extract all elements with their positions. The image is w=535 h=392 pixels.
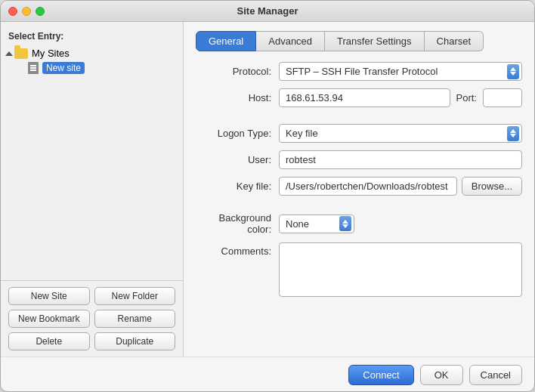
key-file-control: Browse... [279, 177, 522, 196]
key-file-label: Key file: [196, 181, 279, 192]
key-file-input[interactable] [279, 177, 457, 196]
duplicate-button[interactable]: Duplicate [94, 332, 176, 350]
key-file-row: Key file: Browse... [196, 177, 522, 196]
window-title: Site Manager [237, 5, 298, 17]
form-section: Protocol: SFTP – SSH File Transfer Proto… [196, 62, 522, 347]
user-row: User: [196, 150, 522, 169]
bg-color-select[interactable]: None [279, 215, 354, 233]
port-input[interactable] [483, 88, 522, 107]
expand-triangle-icon [5, 51, 13, 56]
tab-charset[interactable]: Charset [425, 31, 484, 51]
new-bookmark-button[interactable]: New Bookmark [8, 310, 90, 328]
select-entry-label: Select Entry: [1, 28, 183, 46]
new-folder-button[interactable]: New Folder [94, 287, 176, 305]
folder-name: My Sites [32, 48, 70, 59]
comments-label: Comments: [196, 242, 279, 257]
site-name: New site [42, 62, 85, 74]
site-manager-window: Site Manager Select Entry: My Sites New … [0, 0, 535, 392]
bg-color-control: None [279, 215, 354, 233]
folder-icon [14, 48, 28, 59]
host-control: Port: [279, 88, 522, 107]
logon-type-row: Logon Type: Key file [196, 124, 522, 143]
maximize-button[interactable] [36, 7, 45, 16]
sidebar-spacer [1, 76, 183, 280]
new-site-button[interactable]: New Site [8, 287, 90, 305]
tree-site-item[interactable]: New site [1, 60, 183, 76]
right-panel: General Advanced Transfer Settings Chars… [184, 22, 534, 357]
bottom-bar: Connect OK Cancel [1, 357, 534, 391]
sidebar-buttons: New Site New Folder New Bookmark Rename … [1, 280, 183, 357]
minimize-button[interactable] [22, 7, 31, 16]
logon-type-select[interactable]: Key file [279, 124, 522, 143]
user-input[interactable] [279, 150, 522, 169]
sidebar: Select Entry: My Sites New site New Site… [1, 22, 184, 357]
tab-advanced[interactable]: Advanced [256, 31, 325, 51]
tab-transfer-settings[interactable]: Transfer Settings [325, 31, 425, 51]
comments-row: Comments: [196, 242, 522, 297]
ok-button[interactable]: OK [420, 365, 463, 385]
delete-button[interactable]: Delete [8, 332, 90, 350]
host-label: Host: [196, 92, 279, 103]
user-label: User: [196, 154, 279, 165]
logon-type-label: Logon Type: [196, 128, 279, 139]
tab-bar: General Advanced Transfer Settings Chars… [196, 31, 522, 51]
logon-type-control: Key file [279, 124, 522, 143]
rename-button[interactable]: Rename [94, 310, 176, 328]
host-row: Host: Port: [196, 88, 522, 107]
tree-folder[interactable]: My Sites [1, 46, 183, 60]
connect-button[interactable]: Connect [348, 365, 413, 385]
spacer2 [196, 203, 522, 212]
bg-color-label: Background color: [196, 212, 279, 235]
cancel-button[interactable]: Cancel [469, 365, 522, 385]
host-input[interactable] [279, 88, 450, 107]
titlebar: Site Manager [1, 1, 534, 22]
browse-button[interactable]: Browse... [462, 177, 522, 196]
spacer1 [196, 115, 522, 124]
protocol-label: Protocol: [196, 66, 279, 77]
traffic-lights [8, 7, 45, 16]
protocol-control: SFTP – SSH File Transfer Protocol [279, 62, 522, 81]
comments-textarea[interactable] [279, 242, 522, 297]
site-icon [28, 62, 39, 74]
protocol-row: Protocol: SFTP – SSH File Transfer Proto… [196, 62, 522, 81]
protocol-select[interactable]: SFTP – SSH File Transfer Protocol [279, 62, 522, 81]
user-control [279, 150, 522, 169]
main-content: Select Entry: My Sites New site New Site… [1, 22, 534, 357]
bg-color-row: Background color: None [196, 212, 522, 235]
close-button[interactable] [8, 7, 17, 16]
tab-general[interactable]: General [196, 31, 256, 51]
port-label: Port: [456, 92, 477, 103]
